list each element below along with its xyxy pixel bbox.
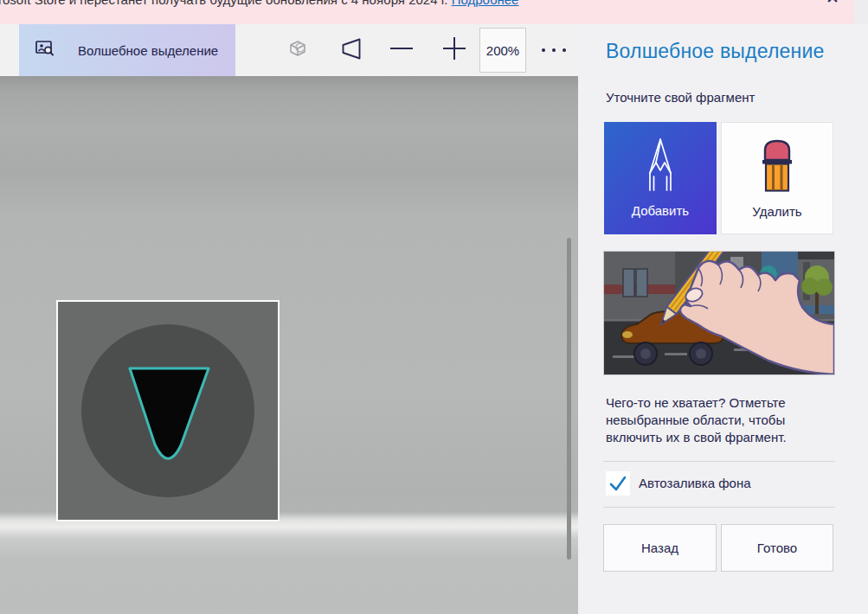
panel-title: Волшебное выделение <box>606 40 824 63</box>
magic-select-label: Волшебное выделение <box>78 43 218 58</box>
autofill-label: Автозаливка фона <box>639 476 751 490</box>
eraser-remove-icon <box>757 135 797 197</box>
canvas-button[interactable] <box>338 24 365 76</box>
banner-message: rosoft Store и перестанет получать будущ… <box>0 0 452 7</box>
zoom-level-value: 200% <box>486 43 519 58</box>
done-button[interactable]: Готово <box>721 524 833 572</box>
vertical-scrollbar[interactable] <box>567 238 571 560</box>
selection-preview <box>58 302 278 520</box>
notification-banner: rosoft Store и перестанет получать будущ… <box>0 0 853 24</box>
magic-select-icon <box>35 38 55 62</box>
add-button[interactable]: Добавить <box>604 122 717 234</box>
back-button[interactable]: Назад <box>603 524 717 572</box>
3d-view-icon <box>286 37 309 63</box>
illustration-scene <box>604 252 834 374</box>
banner-more-link[interactable]: Подробнее <box>452 0 519 7</box>
divider <box>603 507 835 508</box>
more-options-button[interactable] <box>537 24 571 76</box>
banner-close-icon[interactable]: ✕ <box>822 0 843 8</box>
magic-select-button[interactable]: Волшебное выделение <box>19 24 235 76</box>
zoom-level-field[interactable]: 200% <box>479 28 526 73</box>
3d-view-button[interactable] <box>284 24 312 76</box>
banner-text: rosoft Store и перестанет получать будущ… <box>0 0 518 7</box>
add-label: Добавить <box>632 203 689 218</box>
magic-select-illustration <box>603 251 835 375</box>
pencil-add-icon <box>638 134 683 196</box>
refine-heading: Уточните свой фрагмент <box>606 90 755 105</box>
zoom-out-button[interactable] <box>388 24 415 76</box>
autofill-checkbox[interactable] <box>606 471 630 496</box>
remove-button[interactable]: Удалить <box>721 122 833 234</box>
zoom-in-button[interactable] <box>440 24 469 76</box>
plus-icon <box>441 35 467 65</box>
checkmark-icon <box>607 472 629 495</box>
banner-right-gap <box>853 0 868 24</box>
hint-text: Чего-то не хватает? Отметьте невыбранные… <box>606 394 822 446</box>
toolbar: Волшебное выделение <box>0 24 578 76</box>
remove-label: Удалить <box>752 204 801 219</box>
magic-select-panel: Волшебное выделение Уточните свой фрагме… <box>578 24 868 614</box>
ellipsis-icon <box>542 48 566 52</box>
minus-icon <box>389 35 415 65</box>
divider <box>603 461 835 462</box>
canvas-trapezoid-icon <box>341 37 363 64</box>
selected-image[interactable] <box>56 300 280 521</box>
canvas-workspace[interactable] <box>0 76 578 614</box>
